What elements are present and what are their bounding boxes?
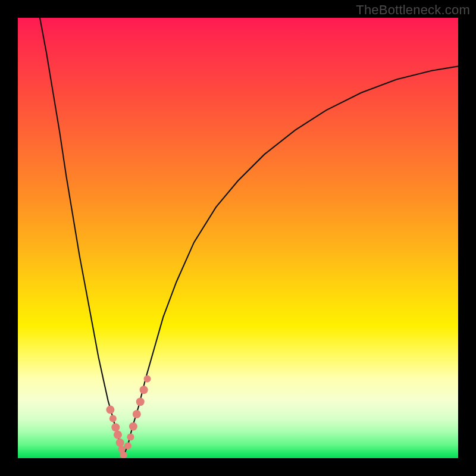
outer-frame: TheBottleneck.com: [0, 0, 476, 476]
gradient-background: [18, 18, 458, 458]
plot-area: [18, 18, 458, 458]
watermark-text: TheBottleneck.com: [356, 2, 470, 18]
